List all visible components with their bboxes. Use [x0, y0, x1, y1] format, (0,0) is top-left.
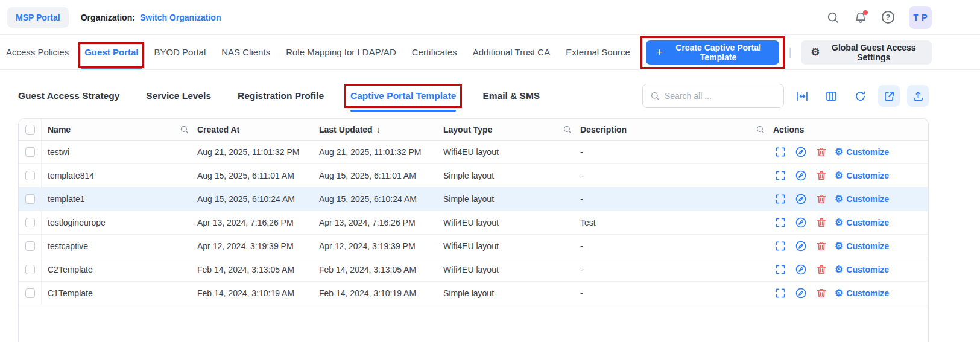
- tab-external-source[interactable]: External Source: [566, 35, 630, 69]
- refresh-icon[interactable]: [849, 85, 871, 107]
- customize-button[interactable]: ⚙Customize: [835, 147, 889, 157]
- expand-collapse-icon[interactable]: [791, 85, 813, 107]
- customize-label: Customize: [846, 147, 889, 157]
- description: -: [580, 164, 773, 187]
- customize-label: Customize: [846, 218, 889, 227]
- customize-button[interactable]: ⚙Customize: [835, 194, 889, 204]
- table-row[interactable]: testcaptive Apr 12, 2024, 3:19:39 PM Apr…: [19, 235, 928, 258]
- delete-icon[interactable]: [814, 215, 829, 230]
- customize-label: Customize: [846, 171, 889, 180]
- table-row[interactable]: template1 Aug 15, 2025, 6:10:24 AM Aug 1…: [19, 188, 928, 211]
- delete-icon[interactable]: [814, 239, 829, 253]
- description-column-header: Description: [580, 119, 773, 140]
- avatar[interactable]: T P: [909, 6, 932, 29]
- delete-icon[interactable]: [814, 168, 829, 183]
- row-checkbox[interactable]: [25, 265, 35, 274]
- open-in-new-icon[interactable]: [878, 85, 900, 107]
- create-captive-portal-template-button[interactable]: + Create Captive Portal Template: [646, 40, 779, 65]
- delete-icon[interactable]: [814, 145, 829, 159]
- created-at: Apr 13, 2024, 7:16:26 PM: [197, 211, 319, 234]
- tab-guest-portal[interactable]: Guest Portal: [84, 35, 138, 69]
- notifications-bell-icon[interactable]: [854, 11, 867, 24]
- edit-icon[interactable]: [794, 286, 808, 300]
- delete-icon[interactable]: [814, 262, 829, 277]
- edit-icon[interactable]: [794, 168, 808, 183]
- edit-icon[interactable]: [794, 215, 808, 230]
- table-row[interactable]: C2Template Feb 14, 2024, 3:13:05 AM Feb …: [19, 258, 928, 282]
- edit-icon[interactable]: [794, 192, 808, 206]
- subtab-service-levels[interactable]: Service Levels: [146, 90, 211, 101]
- subtab-email-sms[interactable]: Email & SMS: [482, 90, 540, 101]
- table-header-row: Name Created At Last Updated ↓ Layout Ty…: [19, 119, 928, 141]
- tab-role-mapping-ldap-ad[interactable]: Role Mapping for LDAP/AD: [286, 35, 396, 69]
- name-column-search-icon[interactable]: [180, 125, 189, 134]
- table-row[interactable]: template814 Aug 15, 2025, 6:11:01 AM Aug…: [19, 164, 928, 188]
- msp-portal-button[interactable]: MSP Portal: [7, 7, 69, 28]
- global-guest-access-settings-button[interactable]: ⚙ Global Guest Access Settings: [801, 40, 932, 65]
- preview-icon[interactable]: [773, 192, 788, 206]
- template-name: testwi: [42, 141, 197, 163]
- tab-certificates[interactable]: Certificates: [412, 35, 457, 69]
- row-actions: ⚙Customize: [773, 141, 928, 163]
- row-checkbox[interactable]: [25, 218, 35, 227]
- row-checkbox[interactable]: [25, 171, 35, 180]
- search-all-input[interactable]: [665, 91, 776, 101]
- customize-button[interactable]: ⚙Customize: [835, 288, 889, 298]
- layout-type: Simple layout: [443, 282, 580, 305]
- customize-button[interactable]: ⚙Customize: [835, 265, 889, 274]
- tab-byod-portal[interactable]: BYOD Portal: [154, 35, 206, 69]
- upload-export-icon[interactable]: [907, 85, 929, 107]
- layout-type-column-search-icon[interactable]: [563, 125, 572, 134]
- layout-type: Wifi4EU layout: [443, 141, 580, 163]
- tab-nas-clients[interactable]: NAS Clients: [221, 35, 270, 69]
- tab-additional-trust-ca[interactable]: Additional Trust CA: [473, 35, 550, 69]
- table-row[interactable]: C1Template Feb 14, 2024, 3:10:19 AM Feb …: [19, 282, 928, 305]
- actions-column-header: Actions: [773, 119, 928, 140]
- layout-type: Wifi4EU layout: [443, 235, 580, 258]
- help-icon[interactable]: ?: [882, 11, 894, 24]
- switch-organization-link[interactable]: Switch Organization: [140, 13, 221, 22]
- row-checkbox[interactable]: [25, 147, 35, 157]
- preview-icon[interactable]: [773, 168, 788, 183]
- edit-icon[interactable]: [794, 262, 808, 277]
- layout-type-header-label: Layout Type: [443, 125, 492, 135]
- notification-dot: [863, 10, 868, 15]
- subtab-guest-access-strategy[interactable]: Guest Access Strategy: [18, 90, 119, 101]
- row-checkbox[interactable]: [25, 241, 35, 251]
- delete-icon[interactable]: [814, 286, 829, 300]
- row-checkbox-cell: [19, 141, 42, 163]
- row-checkbox-cell: [19, 211, 42, 234]
- description: -: [580, 188, 773, 211]
- preview-icon[interactable]: [773, 262, 788, 277]
- tab-access-policies[interactable]: Access Policies: [6, 35, 69, 69]
- created-at: Aug 15, 2025, 6:11:01 AM: [197, 164, 319, 187]
- row-checkbox-cell: [19, 188, 42, 211]
- settings-button-label: Global Guest Access Settings: [826, 43, 922, 62]
- row-actions: ⚙Customize: [773, 282, 928, 305]
- subtab-registration-profile[interactable]: Registration Profile: [238, 90, 324, 101]
- edit-icon[interactable]: [794, 239, 808, 253]
- edit-icon[interactable]: [794, 145, 808, 159]
- subtab-captive-portal-template[interactable]: Captive Portal Template: [350, 90, 456, 101]
- select-all-cell: [19, 119, 42, 140]
- preview-icon[interactable]: [773, 215, 788, 230]
- description-column-search-icon[interactable]: [756, 125, 765, 134]
- customize-button[interactable]: ⚙Customize: [835, 218, 889, 227]
- columns-icon[interactable]: [820, 85, 842, 107]
- sort-descending-icon[interactable]: ↓: [376, 125, 381, 135]
- template-name: template1: [42, 188, 197, 211]
- row-checkbox[interactable]: [25, 288, 35, 298]
- search-icon[interactable]: [826, 11, 839, 24]
- customize-button[interactable]: ⚙Customize: [835, 171, 889, 180]
- row-checkbox[interactable]: [25, 194, 35, 204]
- delete-icon[interactable]: [814, 192, 829, 206]
- template-name: testlogineurope: [42, 211, 197, 234]
- preview-icon[interactable]: [773, 239, 788, 253]
- table-row[interactable]: testlogineurope Apr 13, 2024, 7:16:26 PM…: [19, 211, 928, 235]
- preview-icon[interactable]: [773, 145, 788, 159]
- table-row[interactable]: testwi Aug 21, 2025, 11:01:32 PM Aug 21,…: [19, 141, 928, 164]
- preview-icon[interactable]: [773, 286, 788, 300]
- customize-button[interactable]: ⚙Customize: [835, 241, 889, 251]
- select-all-checkbox[interactable]: [25, 125, 35, 135]
- row-actions: ⚙Customize: [773, 188, 928, 211]
